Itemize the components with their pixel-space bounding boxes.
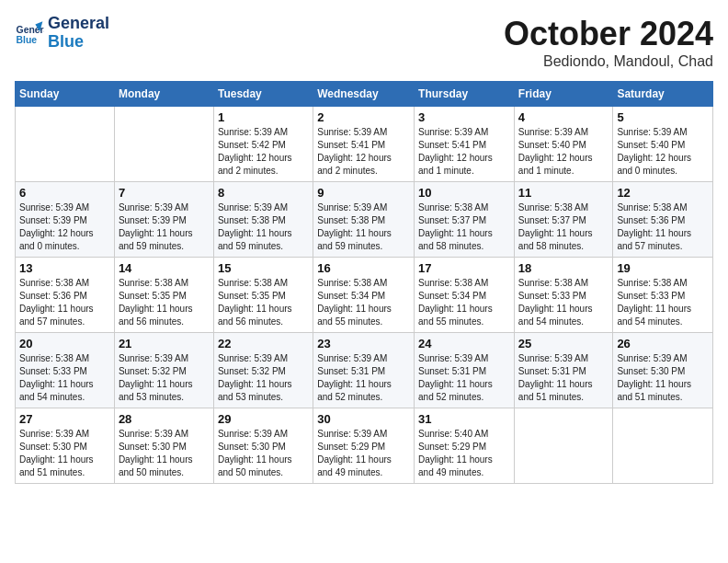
day-detail: Sunrise: 5:38 AM Sunset: 5:36 PM Dayligh…: [19, 277, 110, 328]
calendar-cell: 28Sunrise: 5:39 AM Sunset: 5:30 PM Dayli…: [114, 408, 213, 484]
day-number: 25: [518, 337, 609, 350]
calendar-cell: 25Sunrise: 5:39 AM Sunset: 5:31 PM Dayli…: [514, 333, 613, 408]
day-number: 21: [119, 337, 210, 350]
day-number: 1: [218, 110, 309, 124]
day-detail: Sunrise: 5:40 AM Sunset: 5:29 PM Dayligh…: [418, 428, 510, 479]
week-row-2: 6Sunrise: 5:39 AM Sunset: 5:39 PM Daylig…: [16, 182, 713, 258]
calendar-cell: 16Sunrise: 5:38 AM Sunset: 5:34 PM Dayli…: [313, 258, 415, 333]
day-number: 9: [317, 186, 410, 200]
weekday-header-sunday: Sunday: [16, 82, 115, 107]
day-detail: Sunrise: 5:39 AM Sunset: 5:39 PM Dayligh…: [19, 201, 110, 253]
day-number: 13: [19, 261, 110, 275]
day-number: 4: [518, 110, 609, 124]
day-number: 16: [317, 261, 410, 275]
week-row-3: 13Sunrise: 5:38 AM Sunset: 5:36 PM Dayli…: [16, 258, 713, 333]
day-number: 2: [317, 110, 410, 124]
day-detail: Sunrise: 5:38 AM Sunset: 5:35 PM Dayligh…: [119, 277, 210, 328]
calendar-cell: 9Sunrise: 5:39 AM Sunset: 5:38 PM Daylig…: [313, 182, 415, 258]
calendar-cell: 15Sunrise: 5:38 AM Sunset: 5:35 PM Dayli…: [213, 258, 313, 333]
day-number: 18: [518, 261, 609, 275]
weekday-header-thursday: Thursday: [415, 82, 515, 107]
week-row-4: 20Sunrise: 5:38 AM Sunset: 5:33 PM Dayli…: [16, 333, 713, 408]
day-detail: Sunrise: 5:39 AM Sunset: 5:38 PM Dayligh…: [218, 201, 309, 253]
day-number: 31: [418, 412, 510, 426]
calendar-cell: 4Sunrise: 5:39 AM Sunset: 5:40 PM Daylig…: [514, 107, 613, 182]
day-detail: Sunrise: 5:39 AM Sunset: 5:32 PM Dayligh…: [119, 352, 210, 404]
calendar-cell: 1Sunrise: 5:39 AM Sunset: 5:42 PM Daylig…: [213, 107, 313, 182]
calendar-cell: 12Sunrise: 5:38 AM Sunset: 5:36 PM Dayli…: [613, 182, 713, 258]
weekday-header-tuesday: Tuesday: [213, 82, 313, 107]
day-detail: Sunrise: 5:39 AM Sunset: 5:30 PM Dayligh…: [19, 428, 110, 479]
day-detail: Sunrise: 5:39 AM Sunset: 5:31 PM Dayligh…: [418, 352, 510, 404]
day-number: 22: [218, 337, 309, 350]
weekday-header-monday: Monday: [114, 82, 213, 107]
calendar-cell: [114, 107, 213, 182]
day-number: 11: [518, 186, 609, 200]
day-number: 27: [19, 412, 110, 426]
calendar-cell: 29Sunrise: 5:39 AM Sunset: 5:30 PM Dayli…: [213, 408, 313, 484]
day-number: 7: [119, 186, 210, 200]
day-number: 10: [418, 186, 510, 200]
calendar-cell: 10Sunrise: 5:38 AM Sunset: 5:37 PM Dayli…: [415, 182, 515, 258]
logo-text-blue: Blue: [48, 33, 109, 52]
calendar-cell: 18Sunrise: 5:38 AM Sunset: 5:33 PM Dayli…: [514, 258, 613, 333]
day-number: 8: [218, 186, 309, 200]
day-detail: Sunrise: 5:39 AM Sunset: 5:31 PM Dayligh…: [317, 352, 410, 404]
day-detail: Sunrise: 5:39 AM Sunset: 5:38 PM Dayligh…: [317, 201, 410, 253]
day-detail: Sunrise: 5:38 AM Sunset: 5:37 PM Dayligh…: [518, 201, 609, 253]
calendar-cell: 27Sunrise: 5:39 AM Sunset: 5:30 PM Dayli…: [16, 408, 115, 484]
calendar-cell: [613, 408, 713, 484]
calendar-cell: [16, 107, 115, 182]
calendar-cell: 30Sunrise: 5:39 AM Sunset: 5:29 PM Dayli…: [313, 408, 415, 484]
calendar-cell: 8Sunrise: 5:39 AM Sunset: 5:38 PM Daylig…: [213, 182, 313, 258]
calendar-cell: 11Sunrise: 5:38 AM Sunset: 5:37 PM Dayli…: [514, 182, 613, 258]
day-number: 3: [418, 110, 510, 124]
calendar-cell: 17Sunrise: 5:38 AM Sunset: 5:34 PM Dayli…: [415, 258, 515, 333]
day-number: 12: [617, 186, 709, 200]
logo: General Blue General Blue: [15, 15, 109, 52]
week-row-5: 27Sunrise: 5:39 AM Sunset: 5:30 PM Dayli…: [16, 408, 713, 484]
calendar-cell: 21Sunrise: 5:39 AM Sunset: 5:32 PM Dayli…: [114, 333, 213, 408]
day-number: 20: [19, 337, 110, 350]
day-number: 26: [617, 337, 709, 350]
day-number: 23: [317, 337, 410, 350]
day-number: 6: [19, 186, 110, 200]
month-title: October 2024: [504, 15, 713, 53]
day-detail: Sunrise: 5:38 AM Sunset: 5:33 PM Dayligh…: [518, 277, 609, 328]
day-detail: Sunrise: 5:38 AM Sunset: 5:33 PM Dayligh…: [617, 277, 709, 328]
calendar-cell: 24Sunrise: 5:39 AM Sunset: 5:31 PM Dayli…: [415, 333, 515, 408]
logo-text-general: General: [48, 15, 109, 33]
calendar-cell: 2Sunrise: 5:39 AM Sunset: 5:41 PM Daylig…: [313, 107, 415, 182]
calendar-cell: 13Sunrise: 5:38 AM Sunset: 5:36 PM Dayli…: [16, 258, 115, 333]
day-detail: Sunrise: 5:39 AM Sunset: 5:30 PM Dayligh…: [218, 428, 309, 479]
day-detail: Sunrise: 5:38 AM Sunset: 5:34 PM Dayligh…: [418, 277, 510, 328]
weekday-header-saturday: Saturday: [613, 82, 713, 107]
day-number: 19: [617, 261, 709, 275]
day-detail: Sunrise: 5:39 AM Sunset: 5:39 PM Dayligh…: [119, 201, 210, 253]
weekday-header-friday: Friday: [514, 82, 613, 107]
location-title: Bediondo, Mandoul, Chad: [504, 53, 713, 70]
calendar-cell: 31Sunrise: 5:40 AM Sunset: 5:29 PM Dayli…: [415, 408, 515, 484]
calendar-cell: 26Sunrise: 5:39 AM Sunset: 5:30 PM Dayli…: [613, 333, 713, 408]
day-detail: Sunrise: 5:39 AM Sunset: 5:30 PM Dayligh…: [617, 352, 709, 404]
day-detail: Sunrise: 5:39 AM Sunset: 5:41 PM Dayligh…: [317, 126, 410, 178]
day-detail: Sunrise: 5:39 AM Sunset: 5:41 PM Dayligh…: [418, 126, 510, 178]
calendar-table: SundayMondayTuesdayWednesdayThursdayFrid…: [15, 81, 713, 484]
day-number: 30: [317, 412, 410, 426]
calendar-cell: 6Sunrise: 5:39 AM Sunset: 5:39 PM Daylig…: [16, 182, 115, 258]
calendar-cell: 5Sunrise: 5:39 AM Sunset: 5:40 PM Daylig…: [613, 107, 713, 182]
day-number: 14: [119, 261, 210, 275]
day-detail: Sunrise: 5:39 AM Sunset: 5:29 PM Dayligh…: [317, 428, 410, 479]
logo-icon: General Blue: [15, 18, 44, 48]
calendar-cell: 14Sunrise: 5:38 AM Sunset: 5:35 PM Dayli…: [114, 258, 213, 333]
calendar-cell: 19Sunrise: 5:38 AM Sunset: 5:33 PM Dayli…: [613, 258, 713, 333]
weekday-header-wednesday: Wednesday: [313, 82, 415, 107]
day-detail: Sunrise: 5:38 AM Sunset: 5:35 PM Dayligh…: [218, 277, 309, 328]
svg-text:Blue: Blue: [17, 35, 38, 45]
day-detail: Sunrise: 5:39 AM Sunset: 5:30 PM Dayligh…: [119, 428, 210, 479]
calendar-cell: 22Sunrise: 5:39 AM Sunset: 5:32 PM Dayli…: [213, 333, 313, 408]
day-detail: Sunrise: 5:39 AM Sunset: 5:32 PM Dayligh…: [218, 352, 309, 404]
day-number: 15: [218, 261, 309, 275]
day-detail: Sunrise: 5:38 AM Sunset: 5:37 PM Dayligh…: [418, 201, 510, 253]
day-number: 29: [218, 412, 309, 426]
